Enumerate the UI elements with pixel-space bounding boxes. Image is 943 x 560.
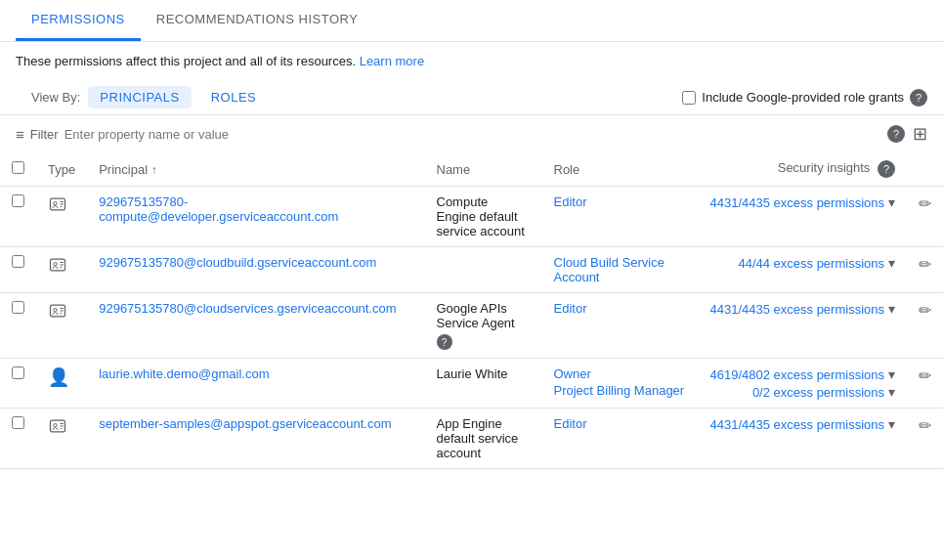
row-name-cell (425, 247, 542, 293)
sort-asc-icon: ↑ (151, 163, 157, 177)
security-value: 4431/4435 excess permissions (710, 195, 885, 210)
tabs-bar: PERMISSIONS RECOMMENDATIONS HISTORY (0, 0, 943, 42)
name-text: App Engine default service account (437, 416, 531, 460)
security-value: 44/44 excess permissions (738, 256, 884, 271)
view-by-label: View By: (31, 90, 80, 105)
security-value-cell: 44/44 excess permissions ▾ (738, 255, 895, 271)
security-help-icon[interactable]: ? (878, 160, 895, 178)
service-account-icon (48, 200, 67, 217)
svg-point-16 (54, 424, 57, 427)
edit-icon[interactable]: ✏ (919, 302, 931, 319)
role-link[interactable]: Project Billing Manager (554, 383, 687, 398)
filter-help-icon[interactable]: ? (887, 125, 905, 143)
row-role-cell: Editor (542, 293, 699, 359)
principal-link[interactable]: laurie.white.demo@gmail.com (99, 366, 269, 381)
google-role-label: Include Google-provided role grants (702, 90, 904, 105)
view-principals-button[interactable]: PRINCIPALS (88, 86, 191, 108)
filter-label: Filter (30, 127, 59, 142)
name-question-icon[interactable]: ? (437, 334, 452, 350)
role-link[interactable]: Cloud Build Service Account (554, 255, 687, 284)
row-action-cell: ✏ (907, 247, 943, 293)
col-header-security: Security insights ? (699, 152, 908, 187)
security-value: 4431/4435 excess permissions (710, 302, 885, 317)
row-action-cell: ✏ (907, 359, 943, 409)
learn-more-link[interactable]: Learn more (360, 54, 424, 68)
google-role-help-icon[interactable]: ? (910, 89, 927, 107)
security-dropdown-icon[interactable]: ▾ (888, 416, 895, 432)
role-multi: OwnerProject Billing Manager (554, 366, 687, 398)
security-value-cell: 4431/4435 excess permissions ▾ (710, 194, 896, 210)
row-name-cell: Compute Engine default service account (425, 187, 542, 247)
col-header-name: Name (425, 152, 542, 187)
filter-input[interactable] (64, 127, 881, 142)
principal-link[interactable]: 929675135780@cloudbuild.gserviceaccount.… (99, 255, 376, 270)
col-header-principal[interactable]: Principal ↑ (87, 152, 424, 187)
filter-icon: ≡ (16, 126, 24, 143)
role-link[interactable]: Editor (554, 301, 687, 316)
edit-icon[interactable]: ✏ (919, 367, 931, 384)
security-multi: 44/44 excess permissions ▾ (710, 255, 896, 271)
role-link[interactable]: Editor (554, 194, 687, 209)
tab-permissions[interactable]: PERMISSIONS (16, 0, 141, 41)
table-row: 929675135780@cloudservices.gserviceaccou… (0, 293, 943, 359)
role-link[interactable]: Editor (554, 416, 687, 431)
role-multi: Editor (554, 301, 687, 316)
row-principal-cell: 929675135780-compute@developer.gservicea… (87, 187, 424, 247)
table-row: 929675135780-compute@developer.gservicea… (0, 187, 943, 247)
row-name-cell: Google APIs Service Agent? (425, 293, 542, 359)
edit-icon[interactable]: ✏ (919, 195, 931, 212)
row-checkbox-1[interactable] (12, 255, 24, 268)
row-checkbox-2[interactable] (12, 301, 24, 314)
principal-link[interactable]: 929675135780-compute@developer.gservicea… (99, 194, 338, 224)
edit-icon[interactable]: ✏ (919, 256, 931, 273)
role-link[interactable]: Owner (554, 366, 687, 381)
security-value-cell: 4431/4435 excess permissions ▾ (710, 301, 896, 317)
google-role-checkbox[interactable] (682, 91, 696, 105)
google-role-checkbox-wrap: Include Google-provided role grants (682, 90, 904, 105)
security-dropdown-icon[interactable]: ▾ (888, 194, 895, 210)
security-dropdown-icon[interactable]: ▾ (888, 366, 895, 382)
service-account-icon (48, 307, 67, 323)
name-cell: Compute Engine default service account (437, 194, 531, 238)
row-checkbox-0[interactable] (12, 194, 24, 207)
col-header-check (0, 152, 36, 187)
security-dropdown-icon[interactable]: ▾ (888, 384, 895, 400)
row-action-cell: ✏ (907, 187, 943, 247)
role-multi: Cloud Build Service Account (554, 255, 687, 284)
principal-link[interactable]: 929675135780@cloudservices.gserviceaccou… (99, 301, 396, 316)
tab-recommendations[interactable]: RECOMMENDATIONS HISTORY (141, 0, 374, 41)
row-name-cell: Laurie White (425, 359, 542, 409)
security-value: 4619/4802 excess permissions (710, 367, 885, 382)
security-value-cell: 4619/4802 excess permissions ▾ (710, 366, 896, 382)
info-bar: These permissions affect this project an… (0, 42, 943, 80)
security-dropdown-icon[interactable]: ▾ (888, 255, 895, 271)
role-multi: Editor (554, 416, 687, 431)
filter-bar: ≡ Filter ? ⊞ (0, 115, 943, 152)
edit-icon[interactable]: ✏ (919, 417, 931, 434)
security-dropdown-icon[interactable]: ▾ (888, 301, 895, 317)
role-multi: Editor (554, 194, 687, 209)
permissions-table: Type Principal ↑ Name Role Security insi… (0, 152, 943, 469)
row-action-cell: ✏ (907, 293, 943, 359)
top-controls: View By: PRINCIPALS ROLES Include Google… (0, 80, 943, 114)
row-checkbox-3[interactable] (12, 366, 24, 379)
row-principal-cell: september-samples@appspot.gserviceaccoun… (87, 409, 424, 469)
security-multi: 4431/4435 excess permissions ▾ (710, 301, 896, 317)
row-type-cell (36, 293, 87, 359)
row-role-cell: Editor (542, 187, 699, 247)
row-principal-cell: laurie.white.demo@gmail.com (87, 359, 424, 409)
filter-actions: ? ⊞ (887, 123, 927, 145)
columns-icon[interactable]: ⊞ (913, 123, 927, 145)
principal-link[interactable]: september-samples@appspot.gserviceaccoun… (99, 416, 391, 431)
service-account-icon (48, 261, 67, 278)
row-security-cell: 44/44 excess permissions ▾ (699, 247, 908, 293)
security-value: 0/2 excess permissions (752, 385, 884, 400)
name-text: Google APIs Service Agent (437, 301, 531, 330)
select-all-checkbox[interactable] (12, 161, 24, 174)
row-role-cell: Editor (542, 409, 699, 469)
name-text: Laurie White (437, 366, 531, 381)
row-security-cell: 4431/4435 excess permissions ▾ (699, 409, 908, 469)
row-checkbox-4[interactable] (12, 416, 24, 429)
view-roles-button[interactable]: ROLES (199, 86, 269, 108)
name-text: Compute Engine default service account (437, 194, 531, 238)
